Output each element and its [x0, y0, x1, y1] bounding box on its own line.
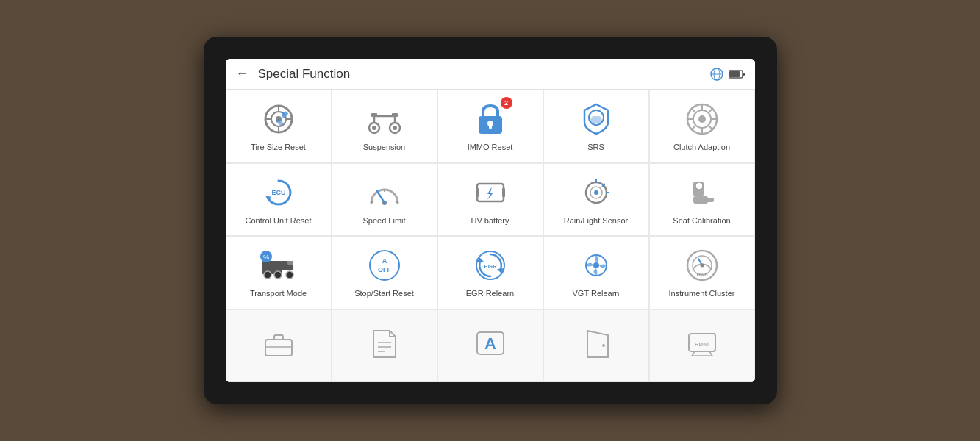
screen: ← Special Function [226, 59, 755, 382]
svg-rect-28 [590, 121, 603, 123]
tile-suspension[interactable]: Suspension [332, 90, 437, 163]
svg-rect-5 [743, 73, 745, 76]
svg-text:A: A [382, 257, 387, 265]
svg-line-38 [709, 108, 713, 112]
clutch-icon [683, 100, 721, 138]
header-icons [709, 67, 745, 82]
letter-a-icon: A [471, 325, 509, 363]
svg-point-64 [286, 271, 293, 279]
tile-item-19[interactable] [543, 309, 649, 383]
svg-text:km/h: km/h [696, 272, 707, 277]
suspension-label: Suspension [363, 142, 406, 152]
vgt-relearn-label: VGT Relearn [573, 288, 620, 298]
tile-stop-start-reset[interactable]: A OFF Stop/Start Reset [332, 236, 437, 309]
clutch-adaption-label: Clutch Adaption [673, 142, 730, 152]
door-icon [577, 325, 615, 363]
svg-text:ECU: ECU [271, 189, 285, 196]
egr-relearn-label: EGR Relearn [466, 288, 514, 298]
immo-reset-label: IMMO Reset [468, 142, 513, 152]
seat-icon [683, 173, 721, 212]
egr-icon: EGR [471, 246, 509, 284]
page-title: Special Function [258, 67, 351, 82]
svg-point-67 [370, 251, 399, 280]
svg-rect-81 [265, 340, 292, 356]
svg-rect-49 [502, 188, 505, 197]
tile-vgt-relearn[interactable]: VGT Relearn [543, 236, 649, 309]
suspension-icon [365, 100, 404, 138]
svg-point-31 [698, 115, 706, 123]
svg-point-15 [372, 126, 376, 130]
svg-rect-59 [707, 198, 714, 202]
svg-rect-21 [371, 113, 377, 117]
hv-battery-label: HV battery [471, 215, 509, 226]
svg-point-53 [594, 190, 598, 195]
tire-size-reset-label: Tire Size Reset [251, 142, 306, 152]
sensor-icon [577, 173, 615, 212]
stopstart-icon: A OFF [365, 246, 404, 284]
seat-calibration-label: Seat Calibration [673, 215, 730, 226]
vgt-icon [577, 246, 615, 284]
svg-point-17 [393, 126, 397, 130]
document-icon [365, 325, 404, 363]
globe-icon [709, 67, 724, 82]
ecu-icon: ECU [260, 173, 298, 212]
svg-point-79 [700, 264, 704, 268]
svg-rect-26 [489, 123, 492, 128]
svg-text:HDMI: HDMI [694, 341, 709, 348]
svg-point-75 [593, 262, 599, 268]
briefcase-icon [260, 325, 298, 363]
svg-text:OFF: OFF [378, 266, 391, 273]
tile-instrument-cluster[interactable]: km/h Instrument Cluster [649, 236, 755, 309]
svg-line-37 [709, 126, 713, 130]
svg-line-39 [691, 126, 695, 130]
grid-container: Tire Size Reset [226, 90, 755, 382]
svg-point-88 [602, 344, 605, 347]
svg-rect-48 [476, 188, 479, 197]
svg-rect-4 [729, 71, 740, 77]
svg-point-62 [264, 271, 271, 279]
tile-egr-relearn[interactable]: EGR EGR Relearn [437, 236, 543, 309]
srs-label: SRS [587, 142, 604, 152]
svg-rect-22 [392, 113, 398, 117]
tile-item-18[interactable]: A [437, 309, 543, 383]
tile-control-unit-reset[interactable]: ECU Control Unit Reset [226, 163, 332, 237]
immo-icon: 2 [471, 100, 509, 138]
control-unit-reset-label: Control Unit Reset [246, 215, 312, 226]
svg-text:A: A [484, 334, 496, 353]
back-button[interactable]: ← [236, 66, 249, 82]
svg-marker-50 [487, 187, 493, 200]
hv-battery-icon [471, 173, 509, 212]
stop-start-reset-label: Stop/Start Reset [354, 288, 414, 298]
transport-mode-label: Transport Mode [250, 288, 307, 298]
svg-text:%: % [262, 254, 268, 261]
svg-line-36 [691, 108, 695, 112]
srs-icon [577, 100, 615, 138]
tile-item-17[interactable] [332, 309, 437, 383]
speed-limit-label: Speed Limit [362, 215, 405, 226]
battery-icon [729, 69, 745, 79]
svg-text:EGR: EGR [484, 263, 497, 270]
tile-seat-calibration[interactable]: Seat Calibration [649, 163, 755, 237]
rain-light-sensor-label: Rain/Light Sensor [564, 215, 628, 226]
tile-srs[interactable]: SRS [543, 90, 649, 163]
tile-transport-mode[interactable]: % Transport Mode [226, 236, 332, 309]
instrument-cluster-label: Instrument Cluster [669, 288, 735, 298]
tire-icon [260, 100, 298, 138]
tile-item-16[interactable] [226, 309, 332, 383]
tile-immo-reset[interactable]: 2 IMMO Reset [437, 90, 543, 163]
immo-badge: 2 [501, 97, 512, 109]
svg-rect-58 [693, 196, 708, 204]
header: ← Special Function [226, 59, 755, 90]
tile-hv-battery[interactable]: HV battery [437, 163, 543, 237]
device-body: ← Special Function [204, 37, 777, 404]
svg-point-63 [274, 271, 282, 279]
tile-speed-limit[interactable]: Speed Limit [332, 163, 437, 237]
svg-line-43 [377, 191, 385, 203]
tile-tire-size-reset[interactable]: Tire Size Reset [226, 90, 332, 163]
truck-icon: % [260, 246, 298, 284]
tile-clutch-adaption[interactable]: Clutch Adaption [649, 90, 755, 163]
speedometer-icon [365, 173, 404, 212]
tile-rain-light-sensor[interactable]: Rain/Light Sensor [543, 163, 649, 237]
hdmi-icon: HDMI [683, 325, 721, 363]
tile-item-20[interactable]: HDMI [649, 309, 755, 383]
